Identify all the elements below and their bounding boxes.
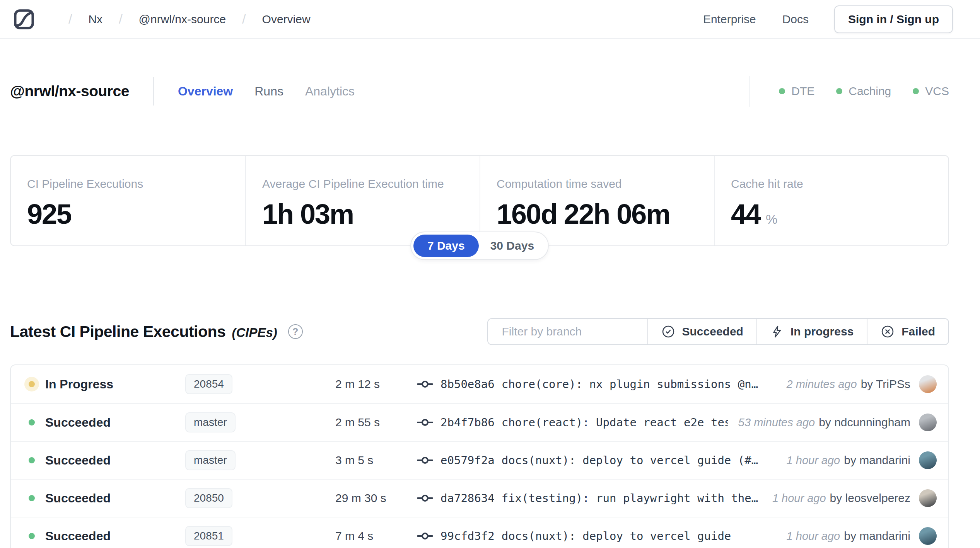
green-dot-icon xyxy=(913,88,919,94)
feature-status-list: DTE Caching VCS xyxy=(750,76,949,107)
commit-hash[interactable]: da728634 xyxy=(440,492,495,505)
stat-label: Computation time saved xyxy=(497,177,714,191)
status-label: Succeeded xyxy=(45,529,111,543)
workspace-header: @nrwl/nx-source Overview Runs Analytics … xyxy=(0,39,980,112)
help-question-icon[interactable] xyxy=(288,324,303,339)
meta-cell: 1 hour ago by mandarini xyxy=(787,451,937,469)
stat-label: CI Pipeline Executions xyxy=(27,177,245,191)
stat-value: 1h 03m xyxy=(262,198,480,230)
commit-cell: 99cfd3f2 docs(nuxt): deploy to vercel gu… xyxy=(417,529,777,543)
table-row[interactable]: Succeeded 20851 7 m 4 s 99cfd3f2 docs(nu… xyxy=(11,517,948,548)
breadcrumb-item-nx[interactable]: Nx xyxy=(88,13,102,26)
branch-cell: master xyxy=(185,412,335,432)
filter-failed-button[interactable]: Failed xyxy=(867,319,948,344)
time-ago: 1 hour ago xyxy=(772,492,826,505)
feature-label: Caching xyxy=(849,85,891,98)
feature-dte: DTE xyxy=(779,85,814,98)
stat-value: 44% xyxy=(731,198,948,230)
duration-cell: 2 m 55 s xyxy=(335,416,417,429)
stats-section: CI Pipeline Executions 925 Average CI Pi… xyxy=(10,155,949,260)
stat-label: Average CI Pipeline Execution time xyxy=(262,177,480,191)
avatar xyxy=(919,527,937,545)
breadcrumb-item-overview[interactable]: Overview xyxy=(262,13,311,26)
time-ago: 2 minutes ago xyxy=(786,378,857,391)
branch-badge[interactable]: master xyxy=(185,412,236,432)
branch-cell: 20851 xyxy=(185,526,335,546)
branch-badge[interactable]: 20854 xyxy=(185,374,232,394)
branch-cell: 20854 xyxy=(185,374,335,394)
author: by mandarini xyxy=(844,529,910,543)
commit-message: chore(core): nx plugin submissions @n… xyxy=(502,378,758,391)
nx-cloud-logo-icon[interactable] xyxy=(13,8,35,31)
commit-hash[interactable]: 99cfd3f2 xyxy=(440,529,495,543)
range-toggle-row: 7 Days 30 Days xyxy=(10,231,949,260)
stat-value: 925 xyxy=(27,198,245,230)
range-option-7-days[interactable]: 7 Days xyxy=(413,235,479,257)
branch-badge[interactable]: 20851 xyxy=(185,526,232,546)
section-title-suffix: (CIPEs) xyxy=(232,325,277,340)
section-title: Latest CI Pipeline Executions xyxy=(10,323,225,341)
meta-cell: 2 minutes ago by TriPSs xyxy=(786,375,937,393)
breadcrumb-separator: / xyxy=(119,12,122,27)
status-label: Succeeded xyxy=(45,491,111,505)
lightning-icon xyxy=(770,325,784,339)
top-nav: / Nx / @nrwl/nx-source / Overview Enterp… xyxy=(0,0,980,39)
tab-analytics[interactable]: Analytics xyxy=(305,84,355,99)
time-ago: 1 hour ago xyxy=(787,454,840,467)
status-dot-icon xyxy=(29,419,35,425)
status-dot-icon xyxy=(29,533,35,539)
filter-by-branch-input[interactable] xyxy=(488,319,647,344)
commit-hash[interactable]: 2b4f7b86 xyxy=(440,416,495,429)
branch-badge[interactable]: master xyxy=(185,450,236,470)
meta-cell: 53 minutes ago by ndcunningham xyxy=(738,414,937,431)
duration-cell: 29 m 30 s xyxy=(335,492,417,505)
git-commit-icon xyxy=(417,417,434,428)
stat-value: 160d 22h 06m xyxy=(497,198,714,230)
commit-cell: 8b50e8a6 chore(core): nx plugin submissi… xyxy=(417,378,776,391)
tab-overview[interactable]: Overview xyxy=(178,84,233,99)
status-cell: Succeeded xyxy=(29,529,185,543)
range-option-30-days[interactable]: 30 Days xyxy=(479,235,546,257)
commit-cell: 2b4f7b86 chore(react): Update react e2e … xyxy=(417,416,728,429)
status-cell: Succeeded xyxy=(29,491,185,505)
filter-in-progress-button[interactable]: In progress xyxy=(756,319,867,344)
feature-caching: Caching xyxy=(836,85,891,98)
branch-badge[interactable]: 20850 xyxy=(185,488,232,508)
avatar xyxy=(919,414,937,431)
status-dot-icon xyxy=(29,381,35,387)
tab-runs[interactable]: Runs xyxy=(254,84,283,99)
filter-label: Succeeded xyxy=(682,325,743,338)
nav-link-docs[interactable]: Docs xyxy=(782,13,809,26)
breadcrumb-item-workspace[interactable]: @nrwl/nx-source xyxy=(139,13,226,26)
feature-label: DTE xyxy=(791,85,814,98)
avatar xyxy=(919,489,937,507)
commit-message: chore(react): Update react e2e tests … xyxy=(502,416,728,429)
filter-succeeded-button[interactable]: Succeeded xyxy=(647,319,756,344)
workspace-title: @nrwl/nx-source xyxy=(10,83,129,100)
duration-cell: 3 m 5 s xyxy=(335,454,417,467)
nav-link-enterprise[interactable]: Enterprise xyxy=(703,13,756,26)
time-ago: 1 hour ago xyxy=(787,530,840,543)
meta-cell: 1 hour ago by leosvelperez xyxy=(772,489,937,507)
table-row[interactable]: Succeeded 20850 29 m 30 s da728634 fix(t… xyxy=(11,479,948,517)
sign-in-button[interactable]: Sign in / Sign up xyxy=(834,5,953,33)
green-dot-icon xyxy=(779,88,785,94)
x-circle-icon xyxy=(881,325,895,339)
table-row[interactable]: In Progress 20854 2 m 12 s 8b50e8a6 chor… xyxy=(11,365,948,403)
table-row[interactable]: Succeeded master 2 m 55 s 2b4f7b86 chore… xyxy=(11,403,948,441)
table-row[interactable]: Succeeded master 3 m 5 s e0579f2a docs(n… xyxy=(11,441,948,479)
commit-message: fix(testing): run playwright with the… xyxy=(502,492,758,505)
range-toggle: 7 Days 30 Days xyxy=(410,231,549,260)
status-dot-icon xyxy=(29,457,35,463)
check-circle-icon xyxy=(661,325,675,339)
nav-links: Enterprise Docs Sign in / Sign up xyxy=(677,5,953,33)
commit-hash[interactable]: 8b50e8a6 xyxy=(440,378,495,391)
feature-label: VCS xyxy=(925,85,949,98)
commit-hash[interactable]: e0579f2a xyxy=(440,454,495,467)
git-commit-icon xyxy=(417,378,434,390)
author: by TriPSs xyxy=(861,378,910,391)
status-cell: Succeeded xyxy=(29,453,185,468)
commit-cell: e0579f2a docs(nuxt): deploy to vercel gu… xyxy=(417,454,777,467)
stat-label: Cache hit rate xyxy=(731,177,948,191)
status-label: In Progress xyxy=(45,377,113,391)
